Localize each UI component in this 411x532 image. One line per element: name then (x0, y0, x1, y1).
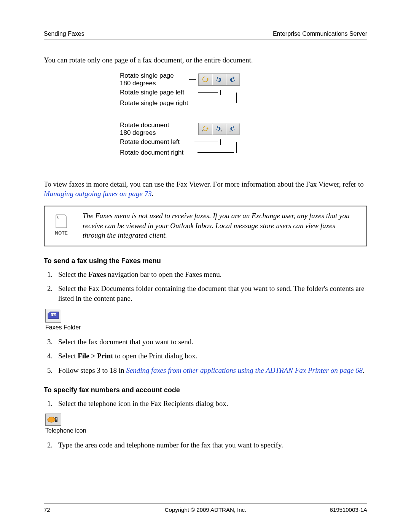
note-tag: NOTE (54, 230, 68, 236)
faxes-folder-caption: Faxes Folder (45, 324, 81, 331)
step-text: Follow steps 3 to 18 in (58, 366, 126, 374)
note-icon: NOTE (51, 213, 71, 236)
send-fax-heading: To send a fax using the Faxes menu (44, 257, 367, 265)
header-right: Enterprise Communications Server (273, 30, 367, 37)
step-text: Select (58, 352, 78, 360)
step-text: Select the (58, 270, 88, 278)
svg-text:*: * (202, 129, 204, 133)
sending-faxes-link[interactable]: Sending faxes from other applications us… (126, 366, 363, 374)
svg-rect-12 (56, 420, 57, 420)
send-fax-steps-cont: Select the fax document that you want to… (44, 337, 367, 375)
rotate-page-left-button[interactable] (212, 74, 226, 85)
faxes-folder-icon: Fax (45, 309, 61, 323)
svg-rect-7 (56, 418, 56, 419)
rotate-doc-180-button[interactable]: * (199, 123, 212, 135)
note-text: The Faxes menu is not used to receive fa… (83, 211, 360, 240)
fax-viewer-paragraph: To view faxes in more detail, you can us… (44, 179, 367, 199)
svg-text:*: * (229, 129, 231, 133)
telephone-icon-figure: Telephone icon (45, 414, 367, 434)
svg-text:Fax: Fax (51, 313, 56, 316)
rotate-doc-left-button[interactable]: * (212, 123, 226, 135)
faxes-bold: Faxes (88, 270, 106, 278)
period: . (363, 366, 365, 374)
rotate-left-multi-icon: * (215, 125, 223, 133)
step-4: Select File > Print to open the Print di… (54, 351, 367, 361)
step-1: Select the Faxes navigation bar to open … (54, 270, 367, 280)
step-3: Select the fax document that you want to… (54, 337, 367, 347)
specify-fax-steps: Select the telephone icon in the Fax Rec… (44, 399, 367, 409)
rotate-page-180-button[interactable] (199, 74, 212, 85)
rotate-page-180-label: Rotate single page 180 degrees (120, 72, 187, 87)
specify-fax-heading: To specify fax numbers and account code (44, 386, 367, 394)
leader-stub (236, 142, 237, 153)
telephone-icon (45, 414, 61, 426)
fax-viewer-text: To view faxes in more detail, you can us… (44, 180, 364, 188)
rotate-right-multi-icon: * (229, 125, 237, 133)
specify-step-1: Select the telephone icon in the Fax Rec… (54, 399, 367, 409)
intro-text: You can rotate only one page of a fax do… (44, 55, 367, 65)
telephone-icon-caption: Telephone icon (45, 427, 86, 434)
faxes-folder-figure: Fax Faxes Folder (45, 309, 367, 331)
rotate-page-right-label: Rotate single page right (120, 99, 200, 107)
rotate-document-diagram: Rotate document 180 degrees * * (120, 121, 367, 158)
rotate-180-multi-icon: * (201, 125, 210, 133)
rotate-document-toolbar: * * * (198, 123, 240, 135)
rotate-page-left-label: Rotate single page left (120, 89, 196, 96)
managing-outgoing-faxes-link[interactable]: Managing outgoing faxes on page 73 (44, 190, 151, 198)
step-5: Follow steps 3 to 18 in Sending faxes fr… (54, 366, 367, 375)
rotate-doc-left-label: Rotate document left (120, 138, 192, 146)
rotate-doc-right-label: Rotate document right (120, 149, 195, 157)
header-left: Sending Faxes (44, 30, 84, 37)
svg-rect-9 (56, 419, 56, 420)
leader-stub (236, 93, 237, 103)
leader-stub (220, 139, 221, 145)
svg-rect-11 (56, 420, 56, 420)
step-text: to open the Print dialog box. (113, 352, 197, 360)
leader-stub (220, 90, 221, 95)
rotate-page-toolbar (198, 73, 240, 86)
note-box: NOTE The Faxes menu is not used to recei… (44, 206, 367, 246)
svg-point-5 (48, 417, 55, 422)
rotate-right-icon (229, 75, 237, 84)
specify-fax-steps-cont: Type the area code and telephone number … (44, 440, 367, 450)
specify-step-2: Type the area code and telephone number … (54, 440, 367, 450)
send-fax-steps: Select the Faxes navigation bar to open … (44, 270, 367, 304)
rotate-doc-right-button[interactable]: * (226, 123, 240, 135)
rotate-left-icon (215, 75, 223, 84)
rotate-page-diagram: Rotate single page 180 degrees Rotate si… (120, 72, 367, 109)
step-2: Select the Fax Documents folder containi… (54, 284, 367, 303)
rotate-page-right-button[interactable] (226, 74, 240, 85)
step-text: navigation bar to open the Faxes menu. (106, 270, 222, 278)
page-footer: 72 Copyright © 2009 ADTRAN, Inc. 6195100… (44, 503, 367, 513)
svg-text:*: * (221, 129, 222, 133)
svg-rect-8 (56, 418, 57, 419)
file-print-bold: File > Print (78, 352, 113, 360)
period: . (151, 190, 153, 198)
copyright: Copyright © 2009 ADTRAN, Inc. (44, 506, 367, 513)
rotate-180-icon (201, 75, 210, 84)
rotate-doc-180-label: Rotate document 180 degrees (120, 121, 187, 137)
svg-rect-10 (56, 419, 57, 420)
page-header: Sending Faxes Enterprise Communications … (44, 30, 367, 40)
